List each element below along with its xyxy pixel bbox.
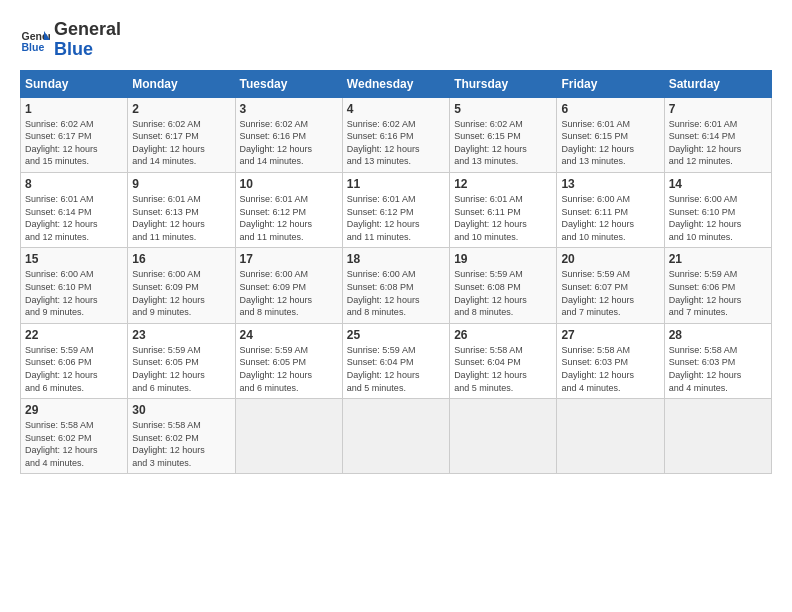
day-detail: Sunrise: 6:01 AM Sunset: 6:12 PM Dayligh… (347, 193, 445, 243)
day-detail: Sunrise: 6:00 AM Sunset: 6:08 PM Dayligh… (347, 268, 445, 318)
day-cell: 12Sunrise: 6:01 AM Sunset: 6:11 PM Dayli… (450, 172, 557, 247)
day-cell: 29Sunrise: 5:58 AM Sunset: 6:02 PM Dayli… (21, 399, 128, 474)
day-cell: 15Sunrise: 6:00 AM Sunset: 6:10 PM Dayli… (21, 248, 128, 323)
day-number: 27 (561, 328, 659, 342)
day-header-tuesday: Tuesday (235, 70, 342, 97)
day-detail: Sunrise: 6:01 AM Sunset: 6:15 PM Dayligh… (561, 118, 659, 168)
day-detail: Sunrise: 6:00 AM Sunset: 6:11 PM Dayligh… (561, 193, 659, 243)
day-number: 30 (132, 403, 230, 417)
day-header-saturday: Saturday (664, 70, 771, 97)
week-row-2: 8Sunrise: 6:01 AM Sunset: 6:14 PM Daylig… (21, 172, 772, 247)
day-detail: Sunrise: 6:02 AM Sunset: 6:17 PM Dayligh… (25, 118, 123, 168)
day-number: 18 (347, 252, 445, 266)
day-number: 15 (25, 252, 123, 266)
day-detail: Sunrise: 6:02 AM Sunset: 6:17 PM Dayligh… (132, 118, 230, 168)
day-number: 25 (347, 328, 445, 342)
day-cell: 14Sunrise: 6:00 AM Sunset: 6:10 PM Dayli… (664, 172, 771, 247)
day-detail: Sunrise: 5:59 AM Sunset: 6:06 PM Dayligh… (669, 268, 767, 318)
day-detail: Sunrise: 5:59 AM Sunset: 6:08 PM Dayligh… (454, 268, 552, 318)
day-number: 24 (240, 328, 338, 342)
day-cell (557, 399, 664, 474)
day-cell: 7Sunrise: 6:01 AM Sunset: 6:14 PM Daylig… (664, 97, 771, 172)
day-number: 13 (561, 177, 659, 191)
day-number: 26 (454, 328, 552, 342)
day-cell: 2Sunrise: 6:02 AM Sunset: 6:17 PM Daylig… (128, 97, 235, 172)
day-cell: 3Sunrise: 6:02 AM Sunset: 6:16 PM Daylig… (235, 97, 342, 172)
day-number: 29 (25, 403, 123, 417)
day-cell: 28Sunrise: 5:58 AM Sunset: 6:03 PM Dayli… (664, 323, 771, 398)
day-cell: 10Sunrise: 6:01 AM Sunset: 6:12 PM Dayli… (235, 172, 342, 247)
day-detail: Sunrise: 5:58 AM Sunset: 6:04 PM Dayligh… (454, 344, 552, 394)
day-detail: Sunrise: 6:00 AM Sunset: 6:10 PM Dayligh… (25, 268, 123, 318)
day-cell: 6Sunrise: 6:01 AM Sunset: 6:15 PM Daylig… (557, 97, 664, 172)
day-detail: Sunrise: 5:58 AM Sunset: 6:03 PM Dayligh… (669, 344, 767, 394)
header-row: SundayMondayTuesdayWednesdayThursdayFrid… (21, 70, 772, 97)
day-cell (342, 399, 449, 474)
week-row-1: 1Sunrise: 6:02 AM Sunset: 6:17 PM Daylig… (21, 97, 772, 172)
day-cell: 9Sunrise: 6:01 AM Sunset: 6:13 PM Daylig… (128, 172, 235, 247)
day-cell: 8Sunrise: 6:01 AM Sunset: 6:14 PM Daylig… (21, 172, 128, 247)
logo-text: GeneralBlue (54, 20, 121, 60)
day-number: 28 (669, 328, 767, 342)
day-cell: 23Sunrise: 5:59 AM Sunset: 6:05 PM Dayli… (128, 323, 235, 398)
day-header-thursday: Thursday (450, 70, 557, 97)
day-detail: Sunrise: 5:59 AM Sunset: 6:07 PM Dayligh… (561, 268, 659, 318)
page-header: General Blue GeneralBlue (20, 20, 772, 60)
day-number: 14 (669, 177, 767, 191)
day-number: 9 (132, 177, 230, 191)
day-detail: Sunrise: 5:58 AM Sunset: 6:02 PM Dayligh… (132, 419, 230, 469)
day-number: 4 (347, 102, 445, 116)
day-detail: Sunrise: 6:00 AM Sunset: 6:09 PM Dayligh… (240, 268, 338, 318)
day-detail: Sunrise: 6:01 AM Sunset: 6:14 PM Dayligh… (669, 118, 767, 168)
day-cell: 24Sunrise: 5:59 AM Sunset: 6:05 PM Dayli… (235, 323, 342, 398)
day-header-friday: Friday (557, 70, 664, 97)
day-number: 2 (132, 102, 230, 116)
day-cell: 5Sunrise: 6:02 AM Sunset: 6:15 PM Daylig… (450, 97, 557, 172)
day-cell: 18Sunrise: 6:00 AM Sunset: 6:08 PM Dayli… (342, 248, 449, 323)
day-cell: 30Sunrise: 5:58 AM Sunset: 6:02 PM Dayli… (128, 399, 235, 474)
day-number: 8 (25, 177, 123, 191)
day-number: 16 (132, 252, 230, 266)
day-detail: Sunrise: 5:59 AM Sunset: 6:06 PM Dayligh… (25, 344, 123, 394)
day-number: 3 (240, 102, 338, 116)
day-header-wednesday: Wednesday (342, 70, 449, 97)
day-number: 10 (240, 177, 338, 191)
day-cell: 4Sunrise: 6:02 AM Sunset: 6:16 PM Daylig… (342, 97, 449, 172)
week-row-5: 29Sunrise: 5:58 AM Sunset: 6:02 PM Dayli… (21, 399, 772, 474)
day-cell: 13Sunrise: 6:00 AM Sunset: 6:11 PM Dayli… (557, 172, 664, 247)
day-detail: Sunrise: 6:02 AM Sunset: 6:15 PM Dayligh… (454, 118, 552, 168)
day-cell: 22Sunrise: 5:59 AM Sunset: 6:06 PM Dayli… (21, 323, 128, 398)
day-cell: 19Sunrise: 5:59 AM Sunset: 6:08 PM Dayli… (450, 248, 557, 323)
day-cell: 17Sunrise: 6:00 AM Sunset: 6:09 PM Dayli… (235, 248, 342, 323)
logo-icon: General Blue (20, 25, 50, 55)
day-cell (450, 399, 557, 474)
day-cell: 21Sunrise: 5:59 AM Sunset: 6:06 PM Dayli… (664, 248, 771, 323)
week-row-4: 22Sunrise: 5:59 AM Sunset: 6:06 PM Dayli… (21, 323, 772, 398)
day-number: 5 (454, 102, 552, 116)
day-detail: Sunrise: 6:01 AM Sunset: 6:12 PM Dayligh… (240, 193, 338, 243)
day-cell: 1Sunrise: 6:02 AM Sunset: 6:17 PM Daylig… (21, 97, 128, 172)
day-detail: Sunrise: 6:00 AM Sunset: 6:10 PM Dayligh… (669, 193, 767, 243)
day-detail: Sunrise: 6:01 AM Sunset: 6:11 PM Dayligh… (454, 193, 552, 243)
day-number: 23 (132, 328, 230, 342)
day-number: 11 (347, 177, 445, 191)
day-number: 17 (240, 252, 338, 266)
logo: General Blue GeneralBlue (20, 20, 121, 60)
day-number: 21 (669, 252, 767, 266)
day-header-monday: Monday (128, 70, 235, 97)
svg-text:Blue: Blue (22, 40, 45, 52)
day-detail: Sunrise: 6:01 AM Sunset: 6:13 PM Dayligh… (132, 193, 230, 243)
day-number: 7 (669, 102, 767, 116)
day-cell: 11Sunrise: 6:01 AM Sunset: 6:12 PM Dayli… (342, 172, 449, 247)
day-detail: Sunrise: 5:59 AM Sunset: 6:05 PM Dayligh… (132, 344, 230, 394)
calendar-table: SundayMondayTuesdayWednesdayThursdayFrid… (20, 70, 772, 475)
day-number: 12 (454, 177, 552, 191)
day-detail: Sunrise: 5:59 AM Sunset: 6:05 PM Dayligh… (240, 344, 338, 394)
day-cell: 16Sunrise: 6:00 AM Sunset: 6:09 PM Dayli… (128, 248, 235, 323)
day-cell: 26Sunrise: 5:58 AM Sunset: 6:04 PM Dayli… (450, 323, 557, 398)
day-detail: Sunrise: 5:58 AM Sunset: 6:03 PM Dayligh… (561, 344, 659, 394)
day-number: 6 (561, 102, 659, 116)
day-cell: 27Sunrise: 5:58 AM Sunset: 6:03 PM Dayli… (557, 323, 664, 398)
day-detail: Sunrise: 5:59 AM Sunset: 6:04 PM Dayligh… (347, 344, 445, 394)
day-cell: 20Sunrise: 5:59 AM Sunset: 6:07 PM Dayli… (557, 248, 664, 323)
